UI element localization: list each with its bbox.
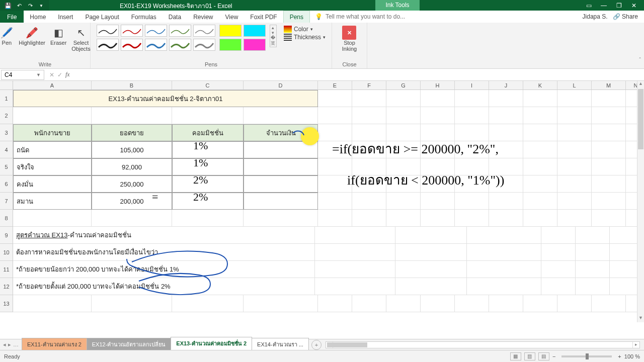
cell-D6[interactable] (244, 175, 318, 193)
row-header-10[interactable]: 10 (0, 244, 13, 261)
cell-M2[interactable] (592, 107, 626, 124)
cell-C3[interactable]: คอมมิชชั่น (172, 124, 244, 141)
cell-C11[interactable] (395, 261, 467, 278)
cell-G2[interactable] (386, 107, 421, 124)
cell-C10[interactable] (395, 244, 467, 261)
cell-C7[interactable] (172, 193, 244, 210)
pen-grey-thin[interactable] (193, 25, 215, 37)
hscroll-right-icon[interactable]: ▸ (632, 342, 639, 348)
cell-B3[interactable]: ยอดขาย (92, 124, 172, 141)
cell-F11[interactable] (576, 261, 610, 278)
highlighter-gallery[interactable] (219, 25, 266, 51)
cell-H7[interactable] (421, 193, 455, 210)
sheet-nav-prev-icon[interactable]: ◂ (3, 341, 6, 348)
cell-B7[interactable]: 200,000 (92, 193, 172, 210)
view-page-layout-icon[interactable]: ▥ (524, 352, 535, 360)
cell-J6[interactable] (489, 175, 523, 193)
highlighter-button[interactable]: 🖍️Highlighter (17, 25, 47, 53)
cell-B8[interactable] (92, 210, 172, 227)
col-header-A[interactable]: A (13, 81, 92, 90)
tab-view[interactable]: View (219, 11, 245, 23)
col-header-H[interactable]: H (421, 81, 455, 90)
cell-M7[interactable] (592, 193, 626, 210)
select-objects-button[interactable]: ↖Select Objects (69, 25, 92, 53)
cell-A1[interactable]: EX13-คำนวณค่าคอมมิชชั่น 2-จิตาภา01 (13, 90, 318, 107)
cell-E8[interactable] (318, 210, 352, 227)
cell-C12[interactable] (395, 278, 467, 295)
cell-K3[interactable] (523, 124, 557, 141)
row-header-2[interactable]: 2 (0, 107, 13, 124)
cell-C6[interactable] (172, 175, 244, 193)
cell-I7[interactable] (455, 193, 489, 210)
maximize-icon[interactable]: ❐ (614, 1, 624, 11)
cell-H6[interactable] (421, 175, 455, 193)
pen-green-thick[interactable] (169, 39, 191, 51)
ink-color-dropdown[interactable]: Color ▾ (284, 26, 326, 33)
pen-red-thick[interactable] (121, 39, 143, 51)
cell-G13[interactable] (386, 295, 421, 312)
cell-F1[interactable] (352, 90, 386, 107)
pen-black-thin[interactable] (97, 25, 119, 37)
cell-I2[interactable] (455, 107, 489, 124)
cell-G4[interactable] (386, 141, 421, 158)
row-header-3[interactable]: 3 (0, 124, 13, 141)
col-header-I[interactable]: I (455, 81, 489, 90)
cell-F12[interactable] (576, 278, 610, 295)
col-header-F[interactable]: F (352, 81, 386, 90)
cell-H13[interactable] (421, 295, 455, 312)
cell-I4[interactable] (455, 141, 489, 158)
tell-me-input[interactable] (326, 13, 436, 20)
cell-D2[interactable] (244, 107, 318, 124)
cell-K5[interactable] (523, 158, 557, 175)
cell-L7[interactable] (557, 193, 592, 210)
horizontal-scrollbar[interactable]: ◂ ▸ (326, 341, 640, 348)
cell-G3[interactable] (386, 124, 421, 141)
cell-A2[interactable] (13, 107, 92, 124)
row-header-6[interactable]: 6 (0, 175, 13, 193)
scrollbar-thumb[interactable] (638, 89, 643, 149)
row-header-9[interactable]: 9 (0, 227, 13, 244)
tab-pens[interactable]: Pens (283, 11, 310, 23)
cell-A9[interactable]: สูตรคำนวณ EX13-คำนวณค่าคอมมิชชั่น (13, 227, 315, 244)
cell-E11[interactable] (541, 261, 576, 278)
cell-K13[interactable] (523, 295, 557, 312)
cell-D5[interactable] (244, 158, 318, 175)
zoom-level[interactable]: 100 % (624, 353, 640, 359)
pen-blue-thin[interactable] (145, 25, 167, 37)
tab-foxit[interactable]: Foxit PDF (244, 11, 283, 23)
cell-F3[interactable] (352, 124, 386, 141)
cell-H8[interactable] (421, 210, 455, 227)
pen-green-thin[interactable] (169, 25, 191, 37)
cell-J7[interactable] (489, 193, 523, 210)
cell-C5[interactable] (172, 158, 244, 175)
cell-K6[interactable] (523, 175, 557, 193)
cell-A12[interactable]: *ถ้ายอดขายตั้งแต่ 200,000 บาทจะได้ค่าคอม… (13, 278, 315, 295)
col-header-M[interactable]: M (592, 81, 626, 90)
cell-F8[interactable] (352, 210, 386, 227)
cell-M3[interactable] (592, 124, 626, 141)
pen-black-thick[interactable] (97, 39, 119, 51)
cell-J2[interactable] (489, 107, 523, 124)
cell-L2[interactable] (557, 107, 592, 124)
cell-E12[interactable] (541, 278, 576, 295)
cell-K2[interactable] (523, 107, 557, 124)
scroll-up-icon[interactable]: ▲ (637, 81, 644, 88)
tab-review[interactable]: Review (187, 11, 219, 23)
qat-dropdown-icon[interactable]: ▼ (37, 2, 45, 10)
gallery-up-icon[interactable]: ▴ (270, 25, 276, 30)
row-header-5[interactable]: 5 (0, 158, 13, 175)
cell-D8[interactable] (244, 210, 318, 227)
cell-I13[interactable] (455, 295, 489, 312)
zoom-slider[interactable] (561, 355, 612, 357)
cell-I1[interactable] (455, 90, 489, 107)
hl-yellow[interactable] (219, 25, 242, 37)
new-sheet-button[interactable]: + (311, 340, 321, 350)
col-header-D[interactable]: D (244, 81, 318, 90)
cell-L13[interactable] (557, 295, 592, 312)
cell-I3[interactable] (455, 124, 489, 141)
cell-A10[interactable]: ต้องการหาคอมมิชชั่นของพนักงานโดยมีเงื่อน… (13, 244, 315, 261)
cancel-icon[interactable]: ✕ (49, 71, 54, 78)
cell-E5[interactable] (318, 158, 352, 175)
hscroll-thumb[interactable] (327, 342, 367, 347)
cell-K8[interactable] (523, 210, 557, 227)
